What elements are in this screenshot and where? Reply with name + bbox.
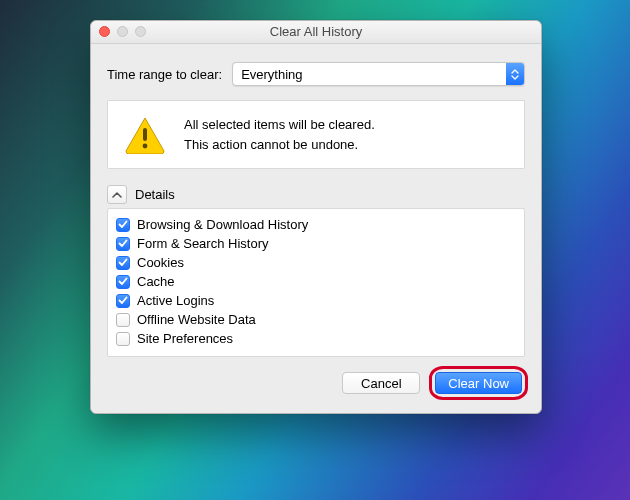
clear-now-button-label: Clear Now	[448, 376, 509, 391]
chevron-up-icon	[112, 191, 122, 198]
checkbox-label: Cache	[137, 274, 175, 289]
close-icon[interactable]	[99, 26, 110, 37]
details-item: Offline Website Data	[116, 310, 516, 329]
details-label: Details	[135, 187, 175, 202]
checkbox-label: Offline Website Data	[137, 312, 256, 327]
details-item: Cache	[116, 272, 516, 291]
time-range-value: Everything	[233, 67, 506, 82]
warning-box: All selected items will be cleared. This…	[107, 100, 525, 169]
select-stepper-icon	[506, 63, 524, 85]
details-item: Active Logins	[116, 291, 516, 310]
details-item: Browsing & Download History	[116, 215, 516, 234]
svg-rect-0	[143, 128, 147, 141]
time-range-label: Time range to clear:	[107, 67, 222, 82]
clear-now-button[interactable]: Clear Now	[435, 372, 522, 394]
checkbox-label: Active Logins	[137, 293, 214, 308]
checkbox-label: Cookies	[137, 255, 184, 270]
dialog-footer: Cancel Clear Now	[107, 369, 525, 397]
checkbox[interactable]	[116, 313, 130, 327]
clear-now-highlight: Clear Now	[432, 369, 525, 397]
details-item: Site Preferences	[116, 329, 516, 348]
warning-line-2: This action cannot be undone.	[184, 135, 375, 155]
traffic-lights	[99, 26, 146, 37]
details-item: Form & Search History	[116, 234, 516, 253]
titlebar: Clear All History	[91, 21, 541, 44]
window-title: Clear All History	[270, 24, 362, 39]
checkbox[interactable]	[116, 237, 130, 251]
svg-point-1	[143, 143, 148, 148]
time-range-row: Time range to clear: Everything	[107, 62, 525, 86]
details-disclosure-button[interactable]	[107, 185, 127, 204]
dialog-window: Clear All History Time range to clear: E…	[90, 20, 542, 414]
checkbox[interactable]	[116, 275, 130, 289]
checkbox[interactable]	[116, 256, 130, 270]
cancel-button[interactable]: Cancel	[342, 372, 420, 394]
checkbox[interactable]	[116, 332, 130, 346]
checkbox[interactable]	[116, 218, 130, 232]
details-header: Details	[107, 185, 525, 204]
checkbox-label: Browsing & Download History	[137, 217, 308, 232]
time-range-select[interactable]: Everything	[232, 62, 525, 86]
warning-text: All selected items will be cleared. This…	[184, 115, 375, 154]
checkbox-label: Site Preferences	[137, 331, 233, 346]
checkbox-label: Form & Search History	[137, 236, 268, 251]
details-item: Cookies	[116, 253, 516, 272]
warning-icon	[124, 116, 166, 154]
checkbox[interactable]	[116, 294, 130, 308]
dialog-content: Time range to clear: Everything All sele…	[91, 44, 541, 413]
cancel-button-label: Cancel	[361, 376, 401, 391]
minimize-icon	[117, 26, 128, 37]
details-list: Browsing & Download HistoryForm & Search…	[107, 208, 525, 357]
zoom-icon	[135, 26, 146, 37]
warning-line-1: All selected items will be cleared.	[184, 115, 375, 135]
